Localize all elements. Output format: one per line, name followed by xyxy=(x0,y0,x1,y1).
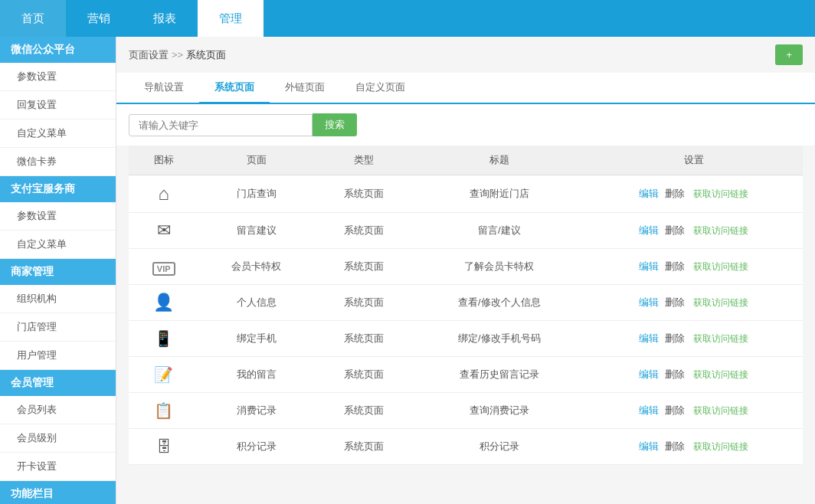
cell-type-5: 系统页面 xyxy=(315,357,414,393)
sidebar-item-org[interactable]: 组织机构 xyxy=(0,285,116,313)
search-button[interactable]: 搜索 xyxy=(313,113,357,136)
cell-actions-1: 编辑 删除 获取访问链接 xyxy=(585,213,803,249)
sidebar-item-card-setup[interactable]: 开卡设置 xyxy=(0,453,116,481)
nav-home[interactable]: 首页 xyxy=(0,0,66,37)
delete-button-6[interactable]: 删除 xyxy=(665,404,685,416)
nav-report[interactable]: 报表 xyxy=(132,0,198,37)
data-table: 图标 页面 类型 标题 设置 门店查询 系统页面 查询附近门店 编辑 删除 获取… xyxy=(129,146,803,465)
edit-button-7[interactable]: 编辑 xyxy=(639,440,659,452)
sidebar-section-functions: 功能栏目 xyxy=(0,481,116,504)
tab-bar: 导航设置 系统页面 外链页面 自定义页面 xyxy=(116,73,815,104)
phone-icon: 📱 xyxy=(154,330,173,347)
cell-actions-3: 编辑 删除 获取访问链接 xyxy=(585,285,803,321)
delete-button-1[interactable]: 删除 xyxy=(665,224,685,236)
cell-page-4: 绑定手机 xyxy=(198,321,314,357)
delete-button-3[interactable]: 删除 xyxy=(665,296,685,308)
search-bar: 搜索 xyxy=(116,104,815,146)
cell-title-5: 查看历史留言记录 xyxy=(414,357,585,393)
cell-type-4: 系统页面 xyxy=(315,321,414,357)
sidebar-section-wechat: 微信公众平台 xyxy=(0,37,116,63)
link-button-3[interactable]: 获取访问链接 xyxy=(693,297,748,308)
cell-actions-2: 编辑 删除 获取访问链接 xyxy=(585,249,803,285)
cell-page-5: 我的留言 xyxy=(198,357,314,393)
delete-button-0[interactable]: 删除 xyxy=(665,188,685,199)
cell-type-6: 系统页面 xyxy=(315,393,414,429)
sidebar-section-member: 会员管理 xyxy=(0,370,116,396)
sidebar-item-wechat-card[interactable]: 微信卡券 xyxy=(0,148,116,176)
main-content: 页面设置 >> 系统页面 + 导航设置 系统页面 外链页面 自定义页面 搜索 图… xyxy=(116,37,815,504)
edit-button-0[interactable]: 编辑 xyxy=(639,188,659,199)
search-input[interactable] xyxy=(129,114,313,136)
edit-button-5[interactable]: 编辑 xyxy=(639,368,659,380)
sidebar-item-alipay-params[interactable]: 参数设置 xyxy=(0,202,116,231)
cell-page-6: 消费记录 xyxy=(198,393,314,429)
link-button-0[interactable]: 获取访问链接 xyxy=(693,188,748,199)
sidebar-item-wechat-menu[interactable]: 自定义菜单 xyxy=(0,119,116,148)
cell-title-3: 查看/修改个人信息 xyxy=(414,285,585,321)
cell-icon-3: 👤 xyxy=(129,285,198,321)
col-actions: 设置 xyxy=(585,146,803,175)
tab-system-pages[interactable]: 系统页面 xyxy=(199,73,270,104)
cell-icon-2: VIP xyxy=(129,249,198,285)
db-icon: 🗄 xyxy=(156,438,172,455)
cell-type-2: 系统页面 xyxy=(315,249,414,285)
cell-page-7: 积分记录 xyxy=(198,429,314,465)
edit-button-4[interactable]: 编辑 xyxy=(639,332,659,344)
message-icon: ✉ xyxy=(157,221,171,240)
col-icon: 图标 xyxy=(129,146,198,175)
edit-button-2[interactable]: 编辑 xyxy=(639,260,659,272)
link-button-5[interactable]: 获取访问链接 xyxy=(693,369,748,380)
edit-button-3[interactable]: 编辑 xyxy=(639,296,659,308)
delete-button-5[interactable]: 删除 xyxy=(665,368,685,380)
sidebar-item-store[interactable]: 门店管理 xyxy=(0,313,116,342)
nav-admin[interactable]: 管理 xyxy=(198,0,263,37)
cell-icon-1: ✉ xyxy=(129,213,198,249)
cell-icon-0 xyxy=(129,175,198,213)
cell-icon-4: 📱 xyxy=(129,321,198,357)
note-icon: 📝 xyxy=(154,366,173,383)
tab-nav-settings[interactable]: 导航设置 xyxy=(129,73,199,104)
tab-custom-pages[interactable]: 自定义页面 xyxy=(340,73,421,104)
delete-button-2[interactable]: 删除 xyxy=(665,260,685,272)
vip-icon: VIP xyxy=(152,262,175,276)
cell-page-2: 会员卡特权 xyxy=(198,249,314,285)
table-row: ✉ 留言建议 系统页面 留言/建议 编辑 删除 获取访问链接 xyxy=(129,213,803,249)
store-icon xyxy=(158,185,169,204)
add-button[interactable]: + xyxy=(775,44,803,65)
cell-title-6: 查询消费记录 xyxy=(414,393,585,429)
sidebar-item-member-level[interactable]: 会员级别 xyxy=(0,424,116,453)
nav-marketing[interactable]: 营销 xyxy=(66,0,132,37)
sidebar-item-member-list[interactable]: 会员列表 xyxy=(0,396,116,424)
breadcrumb-current: 系统页面 xyxy=(186,48,226,62)
col-title: 标题 xyxy=(414,146,585,175)
link-button-4[interactable]: 获取访问链接 xyxy=(693,333,748,344)
table-row: 🗄 积分记录 系统页面 积分记录 编辑 删除 获取访问链接 xyxy=(129,429,803,465)
table-row: 📝 我的留言 系统页面 查看历史留言记录 编辑 删除 获取访问链接 xyxy=(129,357,803,393)
table-row: 📱 绑定手机 系统页面 绑定/修改手机号码 编辑 删除 获取访问链接 xyxy=(129,321,803,357)
sidebar-item-wechat-params[interactable]: 参数设置 xyxy=(0,63,116,91)
cell-page-0: 门店查询 xyxy=(198,175,314,213)
edit-button-6[interactable]: 编辑 xyxy=(639,404,659,416)
sidebar-item-alipay-menu[interactable]: 自定义菜单 xyxy=(0,231,116,259)
link-button-1[interactable]: 获取访问链接 xyxy=(693,225,748,236)
sidebar-item-user[interactable]: 用户管理 xyxy=(0,342,116,370)
link-button-6[interactable]: 获取访问链接 xyxy=(693,405,748,416)
cell-icon-7: 🗄 xyxy=(129,429,198,465)
delete-button-4[interactable]: 删除 xyxy=(665,332,685,344)
cell-type-1: 系统页面 xyxy=(315,213,414,249)
cell-title-2: 了解会员卡特权 xyxy=(414,249,585,285)
link-button-2[interactable]: 获取访问链接 xyxy=(693,261,748,272)
list-icon: 📋 xyxy=(154,402,173,419)
breadcrumb-parent[interactable]: 页面设置 xyxy=(129,48,169,62)
cell-icon-5: 📝 xyxy=(129,357,198,393)
link-button-7[interactable]: 获取访问链接 xyxy=(693,441,748,452)
sidebar: 微信公众平台 参数设置 回复设置 自定义菜单 微信卡券 支付宝服务商 参数设置 … xyxy=(0,37,116,504)
breadcrumb: 页面设置 >> 系统页面 + xyxy=(116,37,815,73)
sidebar-item-wechat-reply[interactable]: 回复设置 xyxy=(0,91,116,119)
sidebar-section-merchant: 商家管理 xyxy=(0,259,116,285)
tab-external-pages[interactable]: 外链页面 xyxy=(270,73,340,104)
delete-button-7[interactable]: 删除 xyxy=(665,440,685,452)
cell-actions-7: 编辑 删除 获取访问链接 xyxy=(585,429,803,465)
cell-title-7: 积分记录 xyxy=(414,429,585,465)
edit-button-1[interactable]: 编辑 xyxy=(639,224,659,236)
